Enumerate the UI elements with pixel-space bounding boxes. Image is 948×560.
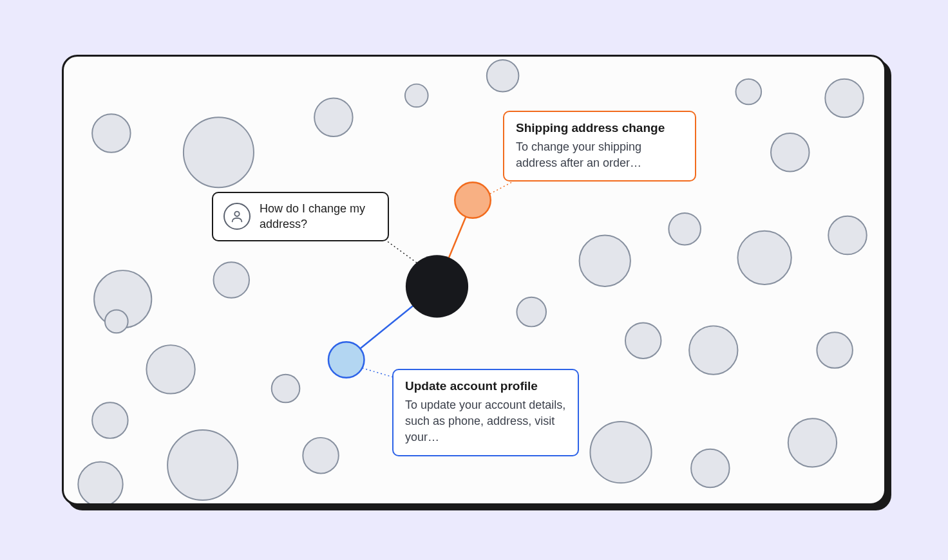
- background-dot: [213, 262, 249, 298]
- background-dot: [272, 375, 300, 403]
- background-dot: [184, 117, 254, 187]
- background-dot: [828, 216, 866, 254]
- result-orange-body: To change your shipping address after an…: [516, 139, 683, 171]
- background-dot: [105, 310, 128, 333]
- node-blue: [328, 342, 365, 378]
- result-blue-title: Update account profile: [405, 379, 566, 393]
- background-dot: [167, 430, 238, 500]
- query-card: How do I change my address?: [212, 192, 389, 241]
- background-dot: [689, 326, 737, 374]
- background-dot: [735, 79, 761, 105]
- background-dot: [668, 213, 701, 245]
- background-dot: [78, 462, 122, 503]
- background-dot: [92, 114, 130, 152]
- result-card-blue: Update account profile To update your ac…: [392, 369, 579, 456]
- background-dot: [92, 402, 128, 438]
- result-orange-title: Shipping address change: [516, 121, 683, 135]
- node-orange: [455, 182, 491, 218]
- background-dot: [517, 297, 546, 327]
- background-dot: [825, 79, 863, 117]
- background-dot: [788, 418, 837, 467]
- background-dot: [303, 438, 339, 474]
- user-icon: [223, 203, 251, 230]
- background-dot: [580, 236, 630, 286]
- background-dot: [314, 98, 352, 136]
- node-center: [406, 255, 468, 317]
- background-dot: [817, 332, 853, 368]
- result-card-orange: Shipping address change To change your s…: [503, 111, 696, 182]
- query-text: How do I change my address?: [260, 201, 377, 232]
- diagram-panel: How do I change my address? Shipping add…: [62, 55, 886, 505]
- background-dot: [487, 60, 519, 92]
- background-dot: [625, 322, 661, 359]
- background-dot: [590, 422, 651, 483]
- background-dot: [405, 84, 428, 107]
- diagram-panel-wrapper: How do I change my address? Shipping add…: [62, 55, 886, 505]
- background-dot: [737, 231, 791, 285]
- background-dot: [771, 133, 809, 171]
- result-blue-body: To update your account details, such as …: [405, 397, 566, 446]
- svg-point-0: [234, 212, 239, 216]
- background-dot: [691, 449, 729, 487]
- background-dot: [146, 345, 194, 393]
